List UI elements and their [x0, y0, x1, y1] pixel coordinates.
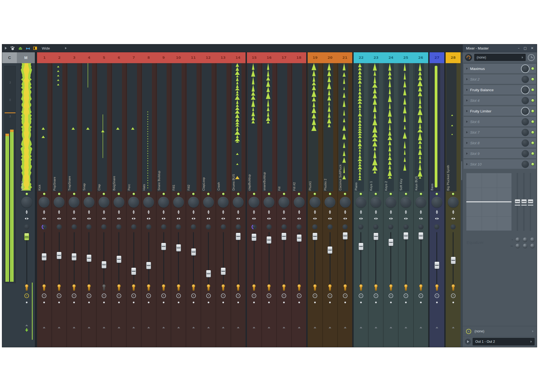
- slot-enable-led[interactable]: [531, 142, 534, 144]
- stereo-separation-knob[interactable]: [206, 224, 211, 229]
- track-updown-arrows[interactable]: [177, 210, 180, 214]
- mixer-track-strip[interactable]: Keys BUS: [413, 63, 428, 347]
- mixer-track-strip[interactable]: Pluck1: [308, 63, 322, 347]
- track-pan-knob[interactable]: [39, 197, 50, 208]
- track-pan-arrows[interactable]: [87, 218, 91, 220]
- plugin-delay-icon[interactable]: [434, 293, 439, 298]
- track-volume-fader[interactable]: [206, 232, 211, 284]
- layout-swatch-icon[interactable]: [33, 47, 37, 50]
- track-pan-knob[interactable]: [218, 197, 229, 208]
- plugin-delay-icon[interactable]: [57, 293, 62, 298]
- fx-enable-switch[interactable]: [102, 284, 106, 292]
- track-number[interactable]: 10: [171, 52, 186, 63]
- track-pan-arrows[interactable]: [297, 218, 301, 220]
- track-activity-led[interactable]: [177, 193, 180, 195]
- fx-enable-switch[interactable]: [132, 284, 136, 292]
- track-volume-fader[interactable]: [56, 232, 62, 284]
- track-select-dot[interactable]: [283, 302, 285, 303]
- track-volume-fader[interactable]: [176, 232, 181, 284]
- current-column-header[interactable]: C: [2, 52, 17, 63]
- track-activity-led[interactable]: [163, 193, 165, 195]
- track-select-dot[interactable]: [118, 302, 120, 303]
- track-pan-knob[interactable]: [21, 197, 32, 208]
- track-number[interactable]: 8: [141, 52, 156, 63]
- collapse-arrow-icon[interactable]: [222, 327, 225, 328]
- fader-handle[interactable]: [313, 233, 317, 240]
- track-number[interactable]: 13: [216, 52, 231, 63]
- track-pan-arrows[interactable]: [374, 218, 378, 220]
- slot-mix-knob[interactable]: [522, 76, 529, 83]
- track-select-dot[interactable]: [268, 302, 270, 303]
- fader-handle[interactable]: [327, 246, 332, 254]
- eq-freq-knob[interactable]: [530, 237, 535, 242]
- collapse-arrow-icon[interactable]: [344, 327, 347, 328]
- track-pan-knob[interactable]: [340, 197, 351, 208]
- fader-handle[interactable]: [221, 268, 226, 275]
- track-number[interactable]: 22: [354, 52, 369, 63]
- track-select-dot[interactable]: [237, 302, 239, 303]
- scrollbar-thumb[interactable]: [461, 161, 462, 180]
- stereo-separation-knob[interactable]: [358, 224, 363, 229]
- slot-enable-led[interactable]: [531, 120, 534, 123]
- master-strip[interactable]: Master: [20, 63, 34, 347]
- track-updown-arrows[interactable]: [360, 210, 362, 214]
- effect-slot-row[interactable]: Maximus: [464, 64, 536, 73]
- track-number[interactable]: 26: [413, 52, 428, 63]
- fader-handle[interactable]: [57, 252, 62, 259]
- track-number[interactable]: 28: [446, 52, 461, 63]
- track-activity-led[interactable]: [103, 193, 105, 195]
- slot-enable-led[interactable]: [531, 67, 534, 70]
- track-pan-arrows[interactable]: [359, 218, 363, 220]
- track-activity-led[interactable]: [73, 193, 75, 195]
- stereo-separation-knob[interactable]: [191, 224, 196, 229]
- track-select-dot[interactable]: [103, 302, 105, 303]
- effect-slot-row[interactable]: Slot 8: [464, 138, 536, 148]
- track-select-dot[interactable]: [375, 302, 377, 303]
- fx-enable-switch[interactable]: [25, 284, 29, 292]
- plugin-delay-icon[interactable]: [313, 293, 317, 298]
- track-number[interactable]: 3: [67, 52, 82, 63]
- effect-slot-row[interactable]: Fruity Balance: [464, 85, 536, 94]
- stereo-separation-knob[interactable]: [176, 224, 181, 229]
- track-number[interactable]: 9: [156, 52, 171, 63]
- stereo-separation-knob[interactable]: [72, 224, 77, 229]
- fx-enable-switch[interactable]: [87, 284, 91, 292]
- collapse-arrow-icon[interactable]: [73, 327, 75, 328]
- slot-arrow-icon[interactable]: [466, 110, 468, 112]
- track-select-dot[interactable]: [420, 302, 422, 303]
- mixer-track-strip[interactable]: Piano: [354, 63, 368, 347]
- slot-enable-led[interactable]: [531, 110, 534, 112]
- plugin-delay-icon[interactable]: [404, 293, 408, 298]
- slot-mix-knob[interactable]: [522, 65, 529, 72]
- track-pan-knob[interactable]: [278, 197, 289, 208]
- plugin-delay-icon[interactable]: [161, 293, 166, 298]
- track-activity-led[interactable]: [360, 193, 362, 195]
- mixer-track-strip[interactable]: Hats: [141, 63, 156, 347]
- track-select-dot[interactable]: [405, 302, 407, 303]
- track-activity-led[interactable]: [237, 193, 240, 195]
- track-activity-led[interactable]: [405, 193, 407, 195]
- effect-slot-row[interactable]: Slot 7: [464, 128, 536, 137]
- plugin-delay-icon[interactable]: [131, 293, 136, 298]
- slot-mix-knob[interactable]: [522, 97, 529, 104]
- slot-mix-knob[interactable]: [522, 108, 529, 115]
- collapse-arrow-icon[interactable]: [25, 324, 28, 326]
- fader-handle[interactable]: [72, 253, 76, 261]
- track-updown-arrows[interactable]: [405, 210, 407, 214]
- mixer-track-strip[interactable]: Fill2: [186, 63, 201, 347]
- fader-handle[interactable]: [161, 243, 166, 250]
- track-pan-arrows[interactable]: [282, 218, 286, 220]
- fx-enable-switch[interactable]: [389, 284, 393, 292]
- track-number[interactable]: 25: [398, 52, 413, 63]
- collapse-arrow-icon[interactable]: [436, 327, 438, 328]
- plugin-delay-icon[interactable]: [24, 293, 29, 298]
- plugin-delay-icon[interactable]: [117, 293, 121, 298]
- eq-width-knob[interactable]: [523, 244, 527, 248]
- track-number[interactable]: 27: [430, 52, 445, 63]
- effect-slot-row[interactable]: Slot 4: [464, 96, 536, 105]
- collapse-arrow-icon[interactable]: [314, 327, 316, 328]
- stereo-separation-knob[interactable]: [101, 224, 106, 229]
- track-number[interactable]: 23: [369, 52, 384, 63]
- track-select-dot[interactable]: [178, 302, 179, 303]
- track-volume-fader[interactable]: [281, 232, 287, 284]
